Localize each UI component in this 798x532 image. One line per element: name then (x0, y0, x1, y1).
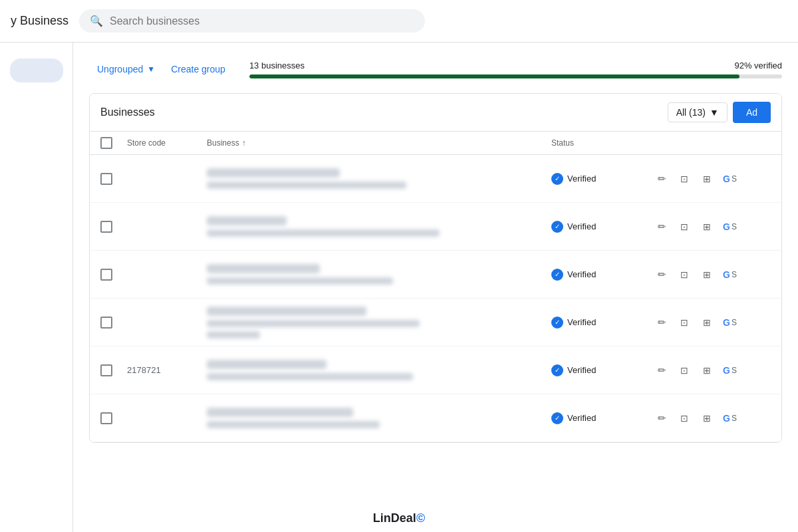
table-title: Businesses (100, 106, 668, 118)
row-business-info (207, 211, 551, 242)
edit-icon[interactable]: ✏ (651, 264, 672, 285)
toolbar: Ungrouped ▼ Create group 13 businesses 9… (89, 59, 782, 80)
photo-icon[interactable]: ⊡ (674, 408, 695, 429)
blurred-business-address (207, 229, 440, 237)
verified-icon: ✓ (551, 317, 563, 329)
blurred-business-address (207, 320, 420, 327)
row-actions: ✏ ⊡ ⊞ G S (651, 168, 771, 190)
row-actions: ✏ ⊡ ⊞ G S (651, 216, 771, 237)
row-status: ✓ Verified (551, 317, 651, 329)
blurred-business-address (207, 277, 393, 285)
row-actions: ✏ ⊡ ⊞ G S (651, 312, 771, 333)
row-checkbox[interactable] (100, 412, 127, 424)
search-input[interactable] (110, 15, 414, 27)
verified-icon: ✓ (551, 412, 563, 424)
photo-icon[interactable]: ⊡ (674, 312, 695, 333)
col-status-header: Status (551, 138, 651, 148)
businesses-count: 13 businesses (249, 61, 305, 70)
blurred-business-address (207, 373, 413, 380)
blurred-business-name (207, 408, 353, 417)
column-headers: Store code Business ↑ Status (90, 132, 781, 155)
col-store-header: Store code (127, 138, 207, 148)
filter-chevron-icon: ▼ (710, 107, 719, 118)
col-check-header[interactable] (100, 137, 127, 149)
header: y Business 🔍 (0, 0, 798, 43)
blurred-business-address (207, 421, 380, 428)
add-listing-icon[interactable]: ⊞ (696, 216, 718, 237)
status-label: Verified (567, 317, 596, 327)
row-status: ✓ Verified (551, 412, 651, 424)
table-row: ✓ Verified ✏ ⊡ ⊞ G S (90, 299, 781, 346)
sort-arrow-icon: ↑ (242, 138, 246, 148)
photo-icon[interactable]: ⊡ (674, 168, 695, 190)
stats-row: 13 businesses 92% verified (249, 61, 782, 70)
stats-area: 13 businesses 92% verified (249, 61, 782, 78)
edit-icon[interactable]: ✏ (651, 216, 672, 237)
row-business-info (207, 354, 551, 386)
sidebar-nav-item[interactable] (10, 59, 63, 82)
table-row: ✓ Verified ✏ ⊡ ⊞ G S (90, 394, 781, 442)
select-all-checkbox[interactable] (100, 137, 112, 149)
google-search-icon[interactable]: G S (719, 171, 741, 187)
photo-icon[interactable]: ⊡ (674, 264, 695, 285)
verified-icon: ✓ (551, 173, 563, 185)
add-listing-icon[interactable]: ⊞ (696, 408, 718, 429)
search-bar: 🔍 (79, 9, 425, 33)
status-label: Verified (567, 221, 596, 231)
add-listing-icon[interactable]: ⊞ (696, 360, 718, 381)
photo-icon[interactable]: ⊡ (674, 216, 695, 237)
status-label: Verified (567, 365, 596, 375)
filter-dropdown[interactable]: All (13) ▼ (668, 102, 728, 122)
app-title: y Business (11, 14, 68, 28)
add-listing-icon[interactable]: ⊞ (696, 168, 718, 190)
table-row: ✓ Verified ✏ ⊡ ⊞ G S (90, 203, 781, 251)
row-checkbox[interactable] (100, 317, 127, 329)
table-row: ✓ Verified ✏ ⊡ ⊞ G S (90, 251, 781, 299)
edit-icon[interactable]: ✏ (651, 408, 672, 429)
business-col-label: Business (207, 138, 239, 148)
verified-icon: ✓ (551, 269, 563, 281)
photo-icon[interactable]: ⊡ (674, 360, 695, 381)
google-search-icon[interactable]: G S (719, 362, 741, 378)
add-listing-icon[interactable]: ⊞ (696, 312, 718, 333)
chevron-down-icon: ▼ (147, 65, 155, 74)
row-actions: ✏ ⊡ ⊞ G S (651, 264, 771, 285)
row-status: ✓ Verified (551, 173, 651, 185)
status-label: Verified (567, 174, 596, 184)
search-icon: 🔍 (90, 15, 103, 27)
add-listing-icon[interactable]: ⊞ (696, 264, 718, 285)
blurred-business-name (207, 307, 366, 316)
col-business-header[interactable]: Business ↑ (207, 138, 551, 148)
layout: Ungrouped ▼ Create group 13 businesses 9… (0, 43, 798, 532)
create-group-button[interactable]: Create group (163, 59, 233, 80)
table-row: 2178721 ✓ Verified ✏ ⊡ ⊞ G S (90, 346, 781, 394)
google-search-icon[interactable]: G S (719, 315, 741, 331)
add-button[interactable]: Ad (733, 102, 771, 123)
edit-icon[interactable]: ✏ (651, 360, 672, 381)
row-checkbox[interactable] (100, 364, 127, 376)
ungrouped-button[interactable]: Ungrouped ▼ (89, 59, 163, 80)
status-label: Verified (567, 269, 596, 279)
verified-icon: ✓ (551, 221, 563, 233)
row-actions: ✏ ⊡ ⊞ G S (651, 360, 771, 381)
blurred-business-address (207, 182, 406, 189)
verified-percent: 92% verified (734, 61, 782, 70)
sidebar (0, 43, 73, 532)
status-label: Verified (567, 413, 596, 423)
edit-icon[interactable]: ✏ (651, 168, 672, 190)
google-search-icon[interactable]: G S (719, 410, 741, 426)
table-row: ✓ Verified ✏ ⊡ ⊞ G S (90, 155, 781, 203)
blurred-business-extra (207, 331, 260, 338)
row-status: ✓ Verified (551, 364, 651, 376)
google-search-icon[interactable]: G S (719, 267, 741, 283)
row-store-code: 2178721 (127, 365, 207, 375)
row-checkbox[interactable] (100, 221, 127, 233)
row-checkbox[interactable] (100, 269, 127, 281)
main-content: Ungrouped ▼ Create group 13 businesses 9… (73, 43, 798, 532)
edit-icon[interactable]: ✏ (651, 312, 672, 333)
row-business-info (207, 402, 551, 434)
google-search-icon[interactable]: G S (719, 219, 741, 235)
progress-bar-fill (249, 74, 739, 78)
table-header-row: Businesses All (13) ▼ Ad (90, 94, 781, 132)
row-checkbox[interactable] (100, 173, 127, 185)
